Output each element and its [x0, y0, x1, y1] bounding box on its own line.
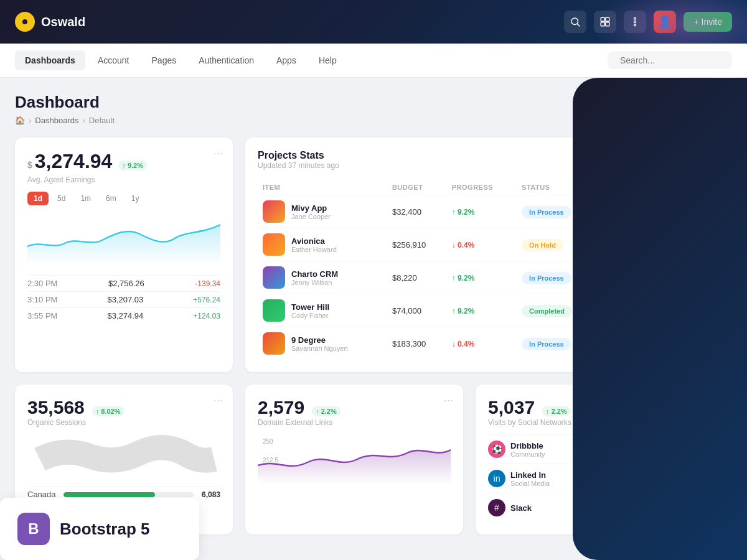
- svg-point-2: [571, 18, 578, 25]
- earnings-amount: $ 3,274.94 ↑ 9.2%: [27, 150, 220, 173]
- sessions-subtitle: Organic Sessions: [27, 418, 220, 427]
- col-item: ITEM: [258, 180, 387, 195]
- view-btn-charto[interactable]: →: [685, 269, 703, 286]
- earnings-badge: ↑ 9.2%: [118, 161, 147, 170]
- col-view: VIEW: [680, 180, 720, 195]
- view-btn-mivy[interactable]: →: [685, 203, 703, 220]
- col-progress: PROGRESS: [447, 180, 517, 195]
- earnings-row-3: 3:55 PM $3,274.94 +124.03: [27, 307, 220, 324]
- time-filter-1y[interactable]: 1y: [125, 192, 146, 205]
- earnings-card: ··· $ 3,274.94 ↑ 9.2% Avg. Agent Earning…: [15, 138, 233, 372]
- svg-point-9: [634, 21, 636, 23]
- time-filter-1d[interactable]: 1d: [27, 192, 49, 205]
- breadcrumb: 🏠 › Dashboards › Default: [15, 116, 115, 125]
- subnav: Dashboards Account Pages Authentication …: [0, 44, 747, 78]
- breadcrumb-default: Default: [89, 116, 115, 125]
- logo-area: Oswald: [15, 12, 564, 32]
- dribbble-icon: ⚽: [488, 441, 505, 458]
- time-filters: 1d 5d 1m 6m 1y: [27, 192, 220, 205]
- avatar[interactable]: 👤: [654, 11, 676, 33]
- svg-point-10: [634, 24, 636, 26]
- history-button[interactable]: History: [682, 150, 720, 166]
- sparkline-mivy: [604, 202, 654, 220]
- time-filter-6m[interactable]: 6m: [100, 192, 123, 205]
- topbar-icon-btn-1[interactable]: [564, 11, 586, 33]
- projects-title: Projects Stats: [258, 150, 339, 161]
- earnings-chart: [27, 215, 220, 265]
- logo-icon: [15, 12, 35, 32]
- sessions-amount: 35,568 ↑ 8.02%: [27, 397, 220, 418]
- social-subtitle: Visits by Social Networks: [488, 418, 720, 427]
- sessions-badge: ↑ 8.02%: [92, 406, 125, 416]
- social-row-slack: # Slack 794 ↑ 0.2%: [488, 493, 720, 522]
- map-bar-canada: [63, 492, 155, 497]
- time-filter-1m[interactable]: 1m: [74, 192, 97, 205]
- projects-subtitle: Updated 37 minutes ago: [258, 161, 339, 170]
- project-icon-avionica: [263, 233, 285, 256]
- new-project-button[interactable]: New Project: [603, 93, 673, 114]
- world-map-svg: [27, 434, 220, 484]
- col-budget: BUDGET: [387, 180, 447, 195]
- subnav-item-apps[interactable]: Apps: [266, 50, 306, 70]
- earnings-row-2: 3:10 PM $3,207.03 +576.24: [27, 291, 220, 307]
- col-chart: CHART: [599, 180, 680, 195]
- social-badge: ↑ 2.2%: [542, 406, 571, 416]
- social-value: 5,037: [488, 397, 535, 418]
- social-amount-row: 5,037 ↑ 2.2%: [488, 397, 720, 418]
- subnav-item-authentication[interactable]: Authentication: [189, 50, 264, 70]
- slack-icon: #: [488, 499, 505, 516]
- breadcrumb-dashboards[interactable]: Dashboards: [35, 116, 78, 125]
- main-content: Dashboard 🏠 › Dashboards › Default New P…: [0, 78, 747, 560]
- earnings-more-icon[interactable]: ···: [214, 147, 223, 159]
- domain-card: ··· 2,579 ↑ 2.2% Domain External Links: [245, 385, 463, 534]
- topbar-actions: 👤 + Invite: [564, 11, 732, 33]
- breadcrumb-home-icon: 🏠: [15, 116, 25, 125]
- social-row-linkedin: in Linked In Social Media 1,088 ↓ 0.4%: [488, 464, 720, 493]
- social-row-dribbble: ⚽ Dribbble Community 579 ↑ 2.6%: [488, 434, 720, 464]
- sparkline-tower: [604, 301, 654, 319]
- project-icon-charto: [263, 266, 285, 289]
- top-cards-grid: ··· $ 3,274.94 ↑ 9.2% Avg. Agent Earning…: [15, 138, 732, 372]
- projects-header: Projects Stats Updated 37 minutes ago Hi…: [258, 150, 720, 170]
- svg-text:250: 250: [263, 438, 273, 445]
- project-icon-mivy: [263, 200, 285, 223]
- domain-amount: 2,579 ↑ 2.2%: [258, 397, 451, 418]
- subnav-item-help[interactable]: Help: [309, 50, 347, 70]
- sessions-map: Canada 6,083: [27, 434, 220, 502]
- projects-stats-card: Projects Stats Updated 37 minutes ago Hi…: [245, 138, 732, 372]
- reports-button[interactable]: Reports: [679, 93, 732, 113]
- time-filter-5d[interactable]: 5d: [51, 192, 72, 205]
- table-row: Charto CRM Jenny Wilson $8,220 ↑ 9.2% In…: [258, 261, 720, 294]
- table-row: Tower Hill Cody Fisher $74,000 ↑ 9.2% Co…: [258, 294, 720, 327]
- domain-more-icon[interactable]: ···: [444, 394, 453, 406]
- earnings-subtitle: Avg. Agent Earnings: [27, 175, 220, 184]
- search-box: [608, 52, 732, 69]
- projects-table: ITEM BUDGET PROGRESS STATUS CHART VIEW: [258, 180, 720, 360]
- svg-rect-4: [601, 17, 605, 21]
- subnav-item-dashboards[interactable]: Dashboards: [15, 50, 85, 70]
- project-icon-9degree: [263, 332, 285, 355]
- topbar: Oswald 👤 + Invite: [0, 0, 747, 44]
- social-card: ··· 5,037 ↑ 2.2% Visits by Social Networ…: [476, 385, 732, 534]
- sparkline-avionica: [604, 235, 654, 253]
- bootstrap-overlay: B Bootstrap 5: [0, 498, 199, 560]
- search-input[interactable]: [620, 55, 729, 65]
- subnav-item-account[interactable]: Account: [88, 50, 139, 70]
- view-btn-9degree[interactable]: →: [685, 335, 703, 352]
- view-btn-avionica[interactable]: →: [685, 236, 703, 253]
- invite-button[interactable]: + Invite: [684, 12, 732, 32]
- domain-chart: 250 212.5: [258, 434, 451, 484]
- domain-badge: ↑ 2.2%: [312, 406, 341, 416]
- currency-sign: $: [27, 160, 32, 170]
- project-icon-tower: [263, 299, 285, 322]
- svg-rect-5: [606, 17, 609, 21]
- subnav-item-pages[interactable]: Pages: [142, 50, 187, 70]
- view-btn-tower[interactable]: →: [685, 302, 703, 319]
- social-more-icon[interactable]: ···: [713, 394, 722, 406]
- page-header-actions: New Project Reports: [603, 93, 733, 114]
- page-header: Dashboard 🏠 › Dashboards › Default New P…: [15, 93, 732, 125]
- topbar-icon-btn-2[interactable]: [594, 11, 616, 33]
- sessions-more-icon[interactable]: ···: [214, 394, 223, 406]
- topbar-icon-btn-3[interactable]: [624, 11, 646, 33]
- table-row: Mivy App Jane Cooper $32,400 ↑ 9.2% In P…: [258, 195, 720, 228]
